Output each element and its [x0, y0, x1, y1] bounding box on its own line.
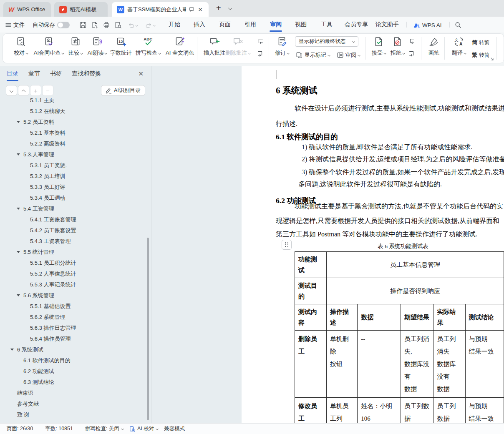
table-header-cell[interactable]: 数据 — [358, 304, 401, 331]
toc-item[interactable]: 5.4.1 工资账套管理 — [0, 214, 151, 225]
table-cell[interactable]: 与预期 结果一致 — [465, 331, 504, 398]
search-button[interactable] — [455, 20, 461, 30]
page-indicator[interactable]: 页面: 26/30 — [7, 425, 33, 432]
markup-state-select[interactable]: 显示标记的最终状态 — [295, 36, 358, 47]
previous-comment-button[interactable] — [256, 37, 265, 45]
spell-check-button[interactable]: ABC 拼写检查 — [133, 36, 163, 57]
table-header-cell[interactable]: 测试内容 — [295, 304, 327, 331]
sidebar-tab-find-replace[interactable]: 查找和替换 — [72, 70, 101, 78]
simplified-to-traditional-button[interactable]: 简 转繁 — [472, 39, 489, 46]
table-cell[interactable]: 修改员工 信息 — [295, 398, 327, 424]
sidebar-tab-contents[interactable]: 目录 — [7, 70, 18, 78]
expander-triangle-icon[interactable] — [17, 153, 20, 156]
table-header-cell[interactable]: 操作描述 — [326, 304, 357, 331]
toc-item[interactable]: 5.6.3 操作日志管理 — [0, 323, 151, 334]
menu-membership[interactable]: 会员专享 — [345, 17, 368, 33]
insert-comment-button[interactable]: 插入批注 — [202, 36, 227, 57]
spellcheck-status[interactable]: 拼写检查: 关闭 — [85, 425, 123, 432]
toc-item[interactable]: 5.3.2 员工培训 — [0, 171, 151, 182]
toc-item[interactable]: 5.4.2 员工账套设置 — [0, 225, 151, 236]
wps-ai-button[interactable]: WPS AI — [413, 20, 442, 30]
toc-item[interactable]: 5.5.3 人事记录统计 — [0, 279, 151, 290]
toc-item[interactable]: 5.5 统计管理 — [0, 247, 151, 258]
menu-page[interactable]: 页面 — [219, 17, 231, 33]
toc-item[interactable]: 5.4 工资管理 — [0, 203, 151, 214]
tab-document[interactable]: W 基于SSM框架的企业人事薪酬 ✕ — [112, 2, 209, 17]
reviewer-button[interactable]: 审阅 — [337, 51, 360, 59]
expander-triangle-icon[interactable] — [17, 121, 20, 123]
export-button[interactable] — [91, 20, 98, 30]
redo-button[interactable] — [145, 20, 155, 30]
toc-item[interactable]: 5.5.1 基础信设置 — [0, 301, 151, 312]
restrict-edit-button[interactable]: 限 — [500, 36, 504, 57]
table-cell[interactable]: 测试目的 — [295, 278, 327, 304]
translate-button[interactable]: 文A 翻译 — [448, 36, 470, 57]
menu-tools[interactable]: 工具 — [321, 17, 333, 33]
table-cell[interactable]: 单机删除 按钮 — [326, 331, 357, 398]
word-count-indicator[interactable]: 字数: 10851 — [45, 425, 73, 432]
toc-item[interactable]: 5.5.1 员工积分统计 — [0, 258, 151, 268]
close-tab-icon[interactable]: ✕ — [197, 6, 204, 13]
table-cell[interactable]: 员工基本信息管理 — [326, 252, 504, 278]
toc-item[interactable]: 5.6.2 系统管理 — [0, 312, 151, 323]
next-comment-button[interactable] — [256, 50, 265, 58]
menu-review[interactable]: 审阅 — [270, 17, 282, 33]
toc-item[interactable]: 6 系统测试 — [0, 344, 151, 355]
zoom-in-toc-button[interactable]: + — [30, 85, 41, 96]
menu-insert[interactable]: 插入 — [194, 17, 205, 33]
delete-comment-button[interactable]: 删除批注 — [224, 36, 252, 57]
close-pane-icon[interactable]: ✕ — [138, 70, 144, 78]
toc-item[interactable]: 5.4.3 工资表管理 — [0, 236, 151, 247]
new-tab-button[interactable]: + — [216, 3, 221, 13]
table-cell[interactable]: 姓名：小明 106 改为：小明 107 — [358, 398, 401, 424]
toc-item[interactable]: 5.3.人事管理 — [0, 149, 151, 160]
toc-item[interactable]: 参考文献 — [0, 399, 151, 409]
menu-paper-assistant[interactable]: 论文助手 — [375, 17, 399, 33]
table-header-cell[interactable]: 实际结果 — [433, 304, 465, 331]
ai-proofread-status[interactable]: AI 校对 — [129, 425, 158, 432]
sidebar-tab-bookmarks[interactable]: 书签 — [50, 70, 62, 78]
table-cell[interactable]: 员工列数据 变成小明 107 — [433, 398, 465, 424]
ai-polish-button[interactable]: AI 全文润色 — [161, 36, 199, 57]
table-cell[interactable]: 操作是否得到响应 — [326, 278, 504, 304]
toc-item[interactable]: 5.2.2 高级资料 — [0, 138, 151, 149]
toc-item[interactable]: 6.3 测试结论 — [0, 377, 151, 388]
toc-item[interactable]: 5.3.3 员工好评 — [0, 182, 151, 193]
expander-triangle-icon[interactable] — [17, 208, 20, 210]
menu-reference[interactable]: 引用 — [244, 17, 256, 33]
table-drag-handle[interactable] — [282, 240, 292, 250]
table-cell[interactable]: 与预期 结果一致 — [465, 398, 504, 424]
toc-item[interactable]: 5.6.4 操作员管理 — [0, 334, 151, 344]
group-expand-icon[interactable] — [490, 57, 494, 61]
sidebar-scrollbar-thumb[interactable] — [147, 238, 149, 420]
table-cell[interactable]: 员工列消失, 数据库没有 数据 — [401, 331, 433, 398]
save-button[interactable] — [79, 20, 87, 30]
table-header-cell[interactable]: 测试结论 — [465, 304, 504, 331]
undo-button[interactable] — [128, 20, 138, 30]
autosave-toggle[interactable] — [57, 22, 70, 28]
file-menu[interactable]: 文件 — [5, 20, 25, 30]
table-cell[interactable]: 功能测试 — [295, 252, 327, 278]
toc-item[interactable]: 5.2 员工资料 — [0, 117, 151, 128]
show-markup-button[interactable]: 显示标记 — [296, 51, 330, 59]
tab-docer-template[interactable]: 稻壳AI模板 — [54, 2, 108, 17]
toc-item[interactable]: 结束语 — [0, 388, 151, 399]
table-cell[interactable]: 删除员工 — [295, 331, 327, 398]
word-count-button[interactable]: 12 字数统计 — [108, 36, 134, 57]
toc-item[interactable]: 5.2.1 基本资料 — [0, 128, 151, 138]
sidebar-tab-chapters[interactable]: 章节 — [28, 70, 40, 78]
toc-item[interactable]: 6.2 功能测试 — [0, 366, 151, 377]
print-button[interactable] — [103, 20, 110, 30]
expander-triangle-icon[interactable] — [17, 251, 20, 253]
ai-recognize-toc-button[interactable]: AI识别目录 — [101, 85, 145, 96]
expander-triangle-icon[interactable] — [17, 294, 20, 296]
table-cell[interactable]: 员工列数据 变成小明 107 — [401, 398, 433, 424]
toc-item[interactable]: 5.3.1 员工奖惩. — [0, 160, 151, 171]
menu-view[interactable]: 视图 — [295, 17, 307, 33]
ai-contract-review-button[interactable]: AI合同审查 — [29, 36, 69, 57]
track-changes-button[interactable]: 修订 — [272, 36, 292, 57]
zoom-out-toc-button[interactable]: − — [42, 85, 53, 96]
tab-wps-office[interactable]: W WPS Office — [3, 2, 51, 17]
ink-brush-button[interactable]: 画笔 — [425, 36, 443, 57]
next-change-button[interactable] — [408, 50, 416, 58]
